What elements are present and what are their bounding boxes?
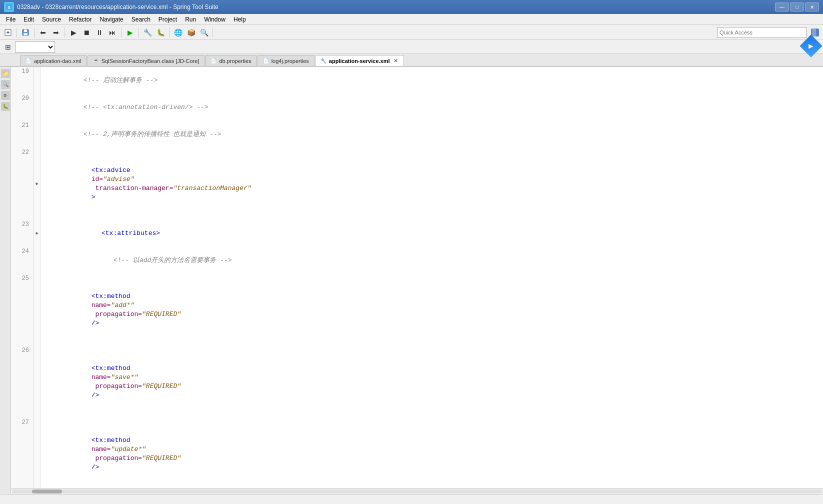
toolbar-btn-6[interactable]: ⏭ bbox=[106, 26, 118, 38]
line-content-20[interactable]: <!-- <tx:annotation-driven/> --> bbox=[40, 94, 823, 121]
tag-22: <tx:advice bbox=[92, 166, 134, 174]
code-line-19: 19 <!-- 启动注解事务 --> bbox=[11, 67, 823, 94]
line-gutter-25 bbox=[34, 274, 40, 346]
main-toolbar: ⬅ ➡ ▶ ⏹ ⏸ ⏭ ▶ 🔧 🐛 🌐 📦 🔍 bbox=[0, 25, 823, 40]
toolbar-btn-8[interactable]: 🐛 bbox=[154, 26, 166, 38]
scrollbar-thumb-h[interactable] bbox=[32, 490, 62, 494]
code-line-25: 25 <tx:method name="add*" propagation="R… bbox=[11, 274, 823, 346]
sidebar-icon-4[interactable]: 🐛 bbox=[1, 102, 10, 111]
attr-27-2: propagation= bbox=[92, 454, 142, 462]
save-button[interactable] bbox=[20, 26, 32, 38]
secondary-btn-1[interactable]: ⊞ bbox=[2, 41, 14, 53]
code-line-26: 26 <tx:method name="save*" propagation="… bbox=[11, 346, 823, 418]
window-title: 0328adv - 0328carrent/resources/applicat… bbox=[17, 4, 775, 10]
line-num-19: 19 bbox=[11, 67, 34, 94]
window-controls[interactable]: — □ ✕ bbox=[775, 2, 819, 12]
menu-navigate[interactable]: Navigate bbox=[96, 15, 127, 24]
line-gutter-19 bbox=[34, 67, 40, 94]
tab-label-5: application-service.xml bbox=[329, 58, 390, 64]
toolbar-btn-3[interactable]: ▶ bbox=[68, 26, 80, 38]
tab-application-dao[interactable]: 📄 application-dao.xml bbox=[20, 55, 87, 66]
val-22-2: "transactionManager" bbox=[173, 184, 251, 192]
menu-edit[interactable]: Edit bbox=[20, 15, 38, 24]
code-line-24: 24 <!-- 以add开头的方法名需要事务 --> bbox=[11, 247, 823, 274]
line-num-22: 22 bbox=[11, 148, 34, 220]
code-line-22: 22 ◆ <tx:advice id="advise" transaction-… bbox=[11, 148, 823, 220]
attr-25-2: propagation= bbox=[92, 310, 142, 318]
quick-access-area bbox=[717, 26, 821, 38]
tab-log4j[interactable]: 📄 log4j.properties bbox=[258, 55, 314, 66]
line-content-19[interactable]: <!-- 启动注解事务 --> bbox=[40, 67, 823, 94]
tag-27-close: /> bbox=[92, 464, 100, 471]
line-num-21: 21 bbox=[11, 121, 34, 148]
secondary-toolbar: ⊞ ▶ bbox=[0, 40, 823, 54]
tab-application-service[interactable]: 🔧 application-service.xml ✕ bbox=[315, 55, 404, 66]
minimize-button[interactable]: — bbox=[775, 2, 789, 12]
val-26-1: "save*" bbox=[111, 374, 138, 381]
toolbar-btn-4[interactable]: ⏹ bbox=[80, 26, 92, 38]
menu-project[interactable]: Project bbox=[154, 15, 181, 24]
menu-source[interactable]: Source bbox=[38, 15, 65, 24]
sidebar-icon-2[interactable]: 🔍 bbox=[1, 80, 10, 89]
toolbar-btn-9[interactable]: 🌐 bbox=[172, 26, 184, 38]
val-22-1: "advise" bbox=[103, 176, 134, 183]
attr-26-2: propagation= bbox=[92, 382, 142, 390]
attr-22-2: transaction-manager= bbox=[92, 184, 174, 192]
toolbar-btn-7[interactable]: 🔧 bbox=[142, 26, 154, 38]
tab-icon-4: 📄 bbox=[263, 58, 269, 64]
line-num-27: 27 bbox=[11, 418, 34, 488]
tab-label-4: log4j.properties bbox=[272, 58, 309, 64]
code-line-21: 21 <!-- 2,声明事务的传播特性 也就是通知 --> bbox=[11, 121, 823, 148]
line-content-24[interactable]: <!-- 以add开头的方法名需要事务 --> bbox=[40, 247, 823, 274]
tag-26-close: /> bbox=[92, 392, 100, 399]
toolbar-btn-2[interactable]: ➡ bbox=[50, 26, 62, 38]
attr-25-1: name= bbox=[92, 302, 111, 309]
line-num-25: 25 bbox=[11, 274, 34, 346]
toolbar-btn-1[interactable]: ⬅ bbox=[37, 26, 49, 38]
toolbar-btn-10[interactable]: 📦 bbox=[185, 26, 197, 38]
perspective-select[interactable] bbox=[15, 42, 55, 52]
menu-file[interactable]: File bbox=[2, 15, 20, 24]
comment-24: <!-- 以add开头的方法名需要事务 --> bbox=[114, 256, 232, 264]
svg-rect-6 bbox=[24, 30, 27, 32]
line-gutter-21 bbox=[34, 121, 40, 148]
line-content-25[interactable]: <tx:method name="add*" propagation="REQU… bbox=[40, 274, 823, 346]
tab-icon-1: 📄 bbox=[26, 58, 32, 64]
line-content-27[interactable]: <tx:method name="update*" propagation="R… bbox=[40, 418, 823, 488]
quick-access-input[interactable] bbox=[717, 27, 807, 38]
toolbar-btn-5[interactable]: ⏸ bbox=[94, 26, 106, 38]
menu-search[interactable]: Search bbox=[128, 15, 154, 24]
separator2 bbox=[34, 28, 34, 38]
line-content-23[interactable]: <tx:attributes> bbox=[40, 220, 823, 247]
tab-sqlsession[interactable]: ☕ SqlSessionFactoryBean.class [JD-Core] bbox=[88, 55, 205, 66]
close-button[interactable]: ✕ bbox=[805, 2, 819, 12]
tag-23: <tx:attributes> bbox=[102, 230, 160, 237]
val-25-2: "REQUIRED" bbox=[142, 310, 181, 318]
toolbar-btn-11[interactable]: 🔍 bbox=[198, 26, 210, 38]
sidebar-icon-3[interactable]: ⚙ bbox=[1, 91, 10, 100]
scrollbar-track-h bbox=[12, 490, 822, 494]
tab-db-properties[interactable]: 📄 db.properties bbox=[205, 55, 256, 66]
maximize-button[interactable]: □ bbox=[790, 2, 804, 12]
app-icon: S bbox=[4, 2, 14, 12]
menu-run[interactable]: Run bbox=[181, 15, 200, 24]
menu-help[interactable]: Help bbox=[230, 15, 250, 24]
code-content: 19 <!-- 启动注解事务 --> 20 <!-- <tx:annotatio… bbox=[11, 67, 823, 488]
tab-close-5[interactable]: ✕ bbox=[392, 58, 398, 64]
new-button[interactable] bbox=[2, 26, 14, 38]
line-num-20: 20 bbox=[11, 94, 34, 121]
horizontal-scrollbar[interactable] bbox=[11, 488, 823, 494]
line-num-26: 26 bbox=[11, 346, 34, 418]
status-bar bbox=[0, 494, 823, 504]
comment-21: <!-- 2,声明事务的传播特性 也就是通知 --> bbox=[84, 130, 222, 138]
line-content-22[interactable]: <tx:advice id="advise" transaction-manag… bbox=[40, 148, 823, 220]
line-content-26[interactable]: <tx:method name="save*" propagation="REQ… bbox=[40, 346, 823, 418]
run-button[interactable]: ▶ bbox=[124, 26, 136, 38]
svg-rect-7 bbox=[24, 33, 28, 36]
menu-window[interactable]: Window bbox=[200, 15, 230, 24]
sidebar-icon-1[interactable]: 📁 bbox=[1, 69, 10, 78]
separator4 bbox=[121, 28, 122, 38]
line-content-21[interactable]: <!-- 2,声明事务的传播特性 也就是通知 --> bbox=[40, 121, 823, 148]
attr-27-1: name= bbox=[92, 446, 111, 453]
menu-refactor[interactable]: Refactor bbox=[65, 15, 96, 24]
